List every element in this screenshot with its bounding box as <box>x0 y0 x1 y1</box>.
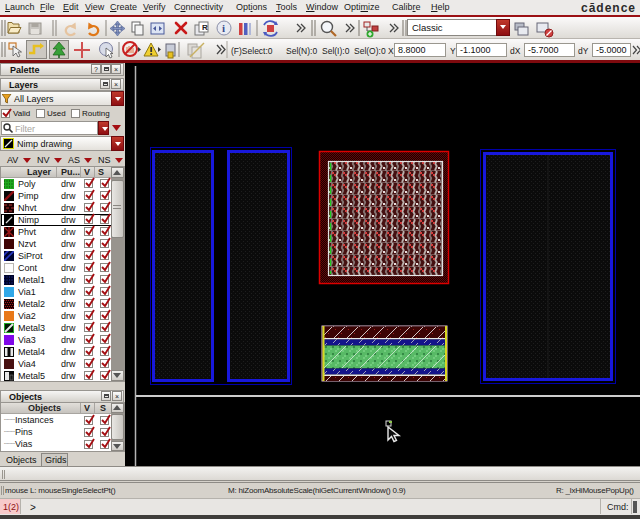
svg-text:R: R <box>202 23 208 32</box>
svg-text:i: i <box>222 22 225 34</box>
